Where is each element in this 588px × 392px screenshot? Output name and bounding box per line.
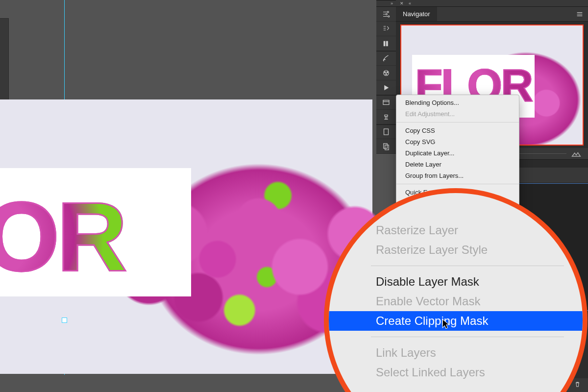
collapse-icon[interactable]: « <box>409 1 411 6</box>
selection-handle[interactable] <box>62 318 67 323</box>
menu-edit-adjustment: Edit Adjustment... <box>396 108 519 120</box>
menu-copy-svg[interactable]: Copy SVG <box>396 136 519 147</box>
panel-menu-icon[interactable] <box>571 7 588 21</box>
document-canvas[interactable]: LOR <box>0 99 372 374</box>
tab-navigator[interactable]: Navigator <box>396 7 437 21</box>
svg-rect-11 <box>384 144 388 148</box>
paragraph-styles-icon[interactable] <box>376 22 396 36</box>
zoom-enable-vector-mask: Enable Vector Mask <box>371 292 564 311</box>
menu-separator <box>396 122 519 122</box>
artwork-text-outline: LOR <box>0 188 124 286</box>
libraries-icon[interactable] <box>376 36 396 51</box>
svg-point-7 <box>387 72 388 73</box>
panel-tab-bar: Navigator <box>396 7 588 22</box>
svg-rect-9 <box>383 100 389 105</box>
swatches-icon[interactable] <box>376 66 396 80</box>
brushes-icon[interactable] <box>376 51 396 66</box>
layer-comps-icon[interactable] <box>376 139 396 154</box>
menu-duplicate-layer[interactable]: Duplicate Layer... <box>396 147 519 159</box>
zoom-in-icon[interactable] <box>571 150 581 157</box>
cursor-pointer-icon <box>441 318 450 330</box>
properties-icon[interactable] <box>376 124 396 139</box>
panel-top-bar[interactable]: ✕ « <box>396 0 588 7</box>
svg-rect-12 <box>385 145 389 150</box>
menu-separator <box>371 337 564 337</box>
adjustments-icon[interactable] <box>376 7 396 22</box>
svg-rect-10 <box>384 129 389 135</box>
zoom-select-linked-layers: Select Linked Layers <box>371 363 564 382</box>
dock-collapse-bar[interactable]: » <box>376 0 396 7</box>
zoom-link-layers: Link Layers <box>371 343 564 363</box>
svg-rect-3 <box>384 41 386 46</box>
menu-separator <box>371 266 564 266</box>
close-icon[interactable]: ✕ <box>400 1 404 6</box>
zoom-disable-layer-mask[interactable]: Disable Layer Mask <box>371 272 564 292</box>
menu-blending-options[interactable]: Blending Options... <box>396 97 519 108</box>
menu-delete-layer[interactable]: Delete Layer <box>396 159 519 170</box>
svg-point-2 <box>388 16 390 17</box>
svg-point-0 <box>387 11 389 13</box>
menu-group-from-layers[interactable]: Group from Layers... <box>396 170 519 181</box>
delete-layer-icon[interactable] <box>574 381 581 390</box>
svg-point-6 <box>385 72 386 73</box>
actions-icon[interactable] <box>376 80 396 95</box>
svg-point-1 <box>386 13 387 15</box>
svg-point-8 <box>386 74 387 74</box>
zoom-create-clipping-mask[interactable]: Create Clipping Mask <box>329 311 588 331</box>
svg-rect-4 <box>386 41 388 46</box>
menu-copy-css[interactable]: Copy CSS <box>396 125 519 136</box>
clone-source-icon[interactable] <box>376 110 396 124</box>
zoom-rasterize-layer: Rasterize Layer <box>371 220 564 240</box>
zoom-rasterize-style: Rasterize Layer Style <box>371 240 564 260</box>
history-icon[interactable] <box>376 95 396 110</box>
menu-separator <box>396 184 519 184</box>
dock-icon-column: » <box>376 0 396 167</box>
